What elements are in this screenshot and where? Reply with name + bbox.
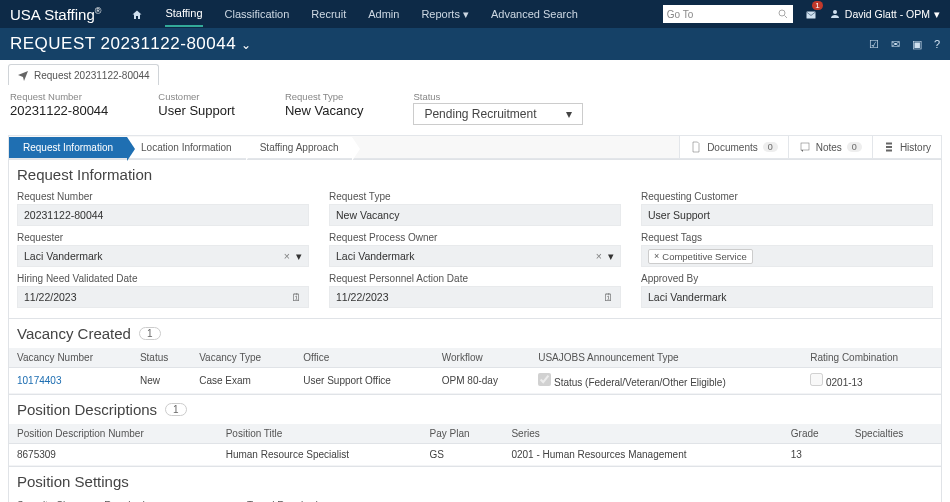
step-location-information[interactable]: Location Information	[127, 137, 246, 158]
field-label: Hiring Need Validated Date	[17, 273, 309, 284]
chevron-down-icon[interactable]: ▾	[608, 250, 614, 262]
rating-checkbox	[810, 373, 823, 386]
search-icon	[777, 8, 789, 20]
personnel-action-date-field[interactable]: 11/22/2023🗓	[329, 286, 621, 308]
field-label: Request Personnel Action Date	[329, 273, 621, 284]
chat-icon[interactable]: ▣	[912, 38, 922, 51]
request-number-field: 20231122-80044	[17, 204, 309, 226]
step-request-information[interactable]: Request Information	[9, 137, 127, 158]
checkbox-icon[interactable]: ☑	[869, 38, 879, 51]
section-title: Position Descriptions	[17, 401, 157, 418]
field-label: Request Process Owner	[329, 232, 621, 243]
step-staffing-approach[interactable]: Staffing Approach	[246, 137, 353, 158]
nav-advanced-search[interactable]: Advanced Search	[491, 2, 578, 26]
customer-value: User Support	[158, 103, 235, 118]
col-header: Workflow	[434, 348, 530, 368]
document-icon	[690, 141, 702, 153]
nav-staffing[interactable]: Staffing	[165, 1, 202, 27]
requesting-customer-field: User Support	[641, 204, 933, 226]
requester-field[interactable]: Laci Vandermark×▾	[17, 245, 309, 267]
status-dropdown[interactable]: Pending Recruitment▾	[413, 103, 583, 125]
nav-reports[interactable]: Reports ▾	[421, 2, 469, 27]
request-number-label: Request Number	[10, 91, 108, 102]
goto-search-input[interactable]: Go To	[663, 5, 793, 23]
field-label: Request Type	[329, 191, 621, 202]
field-label: Requester	[17, 232, 309, 243]
brand-logo: USA Staffing®	[10, 6, 101, 23]
calendar-icon[interactable]: 🗓	[603, 291, 614, 303]
vacancy-link[interactable]: 10174403	[17, 375, 62, 386]
request-title: REQUEST 20231122-80044 ⌄	[10, 34, 252, 54]
svg-rect-4	[801, 143, 809, 150]
calendar-icon[interactable]: 🗓	[291, 291, 302, 303]
hiring-need-date-field[interactable]: 11/22/2023🗓	[17, 286, 309, 308]
announcement-type-checkbox	[538, 373, 551, 386]
request-tags-field[interactable]: × Competitive Service	[641, 245, 933, 267]
notes-button[interactable]: Notes0	[788, 136, 872, 158]
svg-point-0	[779, 10, 785, 16]
field-label: Request Tags	[641, 232, 933, 243]
col-header: Position Title	[218, 424, 422, 444]
approved-by-field: Laci Vandermark	[641, 286, 933, 308]
section-request-information: Request Information Request Number202311…	[9, 160, 941, 318]
section-count: 1	[139, 327, 161, 340]
clear-icon[interactable]: ×	[284, 250, 290, 262]
chevron-down-icon: ▾	[566, 107, 572, 121]
section-position-settings: Position Settings Security Clearance Req…	[9, 466, 941, 502]
section-position-descriptions: Position Descriptions1 Position Descript…	[9, 394, 941, 466]
request-header-bar: REQUEST 20231122-80044 ⌄ ☑ ✉ ▣ ?	[0, 28, 950, 60]
col-header: Status	[132, 348, 191, 368]
section-vacancy-created: Vacancy Created1 Vacancy NumberStatusVac…	[9, 318, 941, 394]
col-header: Specialties	[847, 424, 941, 444]
wizard-steps: Request Information Location Information…	[8, 135, 942, 159]
tag-chip[interactable]: × Competitive Service	[648, 249, 753, 264]
chevron-down-icon[interactable]: ⌄	[241, 38, 252, 52]
col-header: Office	[295, 348, 434, 368]
process-owner-field[interactable]: Laci Vandermark×▾	[329, 245, 621, 267]
col-header: Vacancy Number	[9, 348, 132, 368]
request-type-value: New Vacancy	[285, 103, 364, 118]
field-label: Request Number	[17, 191, 309, 202]
col-header: Position Description Number	[9, 424, 218, 444]
documents-button[interactable]: Documents0	[679, 136, 788, 158]
notification-count: 1	[812, 1, 822, 10]
history-icon	[883, 141, 895, 153]
request-summary-row: Request Number20231122-80044 CustomerUse…	[8, 85, 942, 135]
request-tab[interactable]: Request 20231122-80044	[8, 64, 159, 85]
documents-count: 0	[763, 142, 778, 152]
svg-line-1	[784, 16, 787, 19]
section-count: 1	[165, 403, 187, 416]
chevron-down-icon: ▾	[463, 2, 469, 26]
section-title: Vacancy Created	[17, 325, 131, 342]
plane-icon	[17, 69, 29, 81]
home-icon[interactable]	[131, 1, 143, 26]
chevron-down-icon[interactable]: ▾	[296, 250, 302, 262]
status-label: Status	[413, 91, 583, 102]
clear-icon[interactable]: ×	[596, 250, 602, 262]
svg-rect-2	[806, 11, 815, 18]
section-title: Request Information	[9, 160, 941, 189]
help-icon[interactable]: ?	[934, 38, 940, 51]
nav-admin[interactable]: Admin	[368, 2, 399, 26]
field-label: Approved By	[641, 273, 933, 284]
top-nav-bar: USA Staffing® Staffing Classification Re…	[0, 0, 950, 28]
note-icon	[799, 141, 811, 153]
request-type-label: Request Type	[285, 91, 364, 102]
user-menu[interactable]: David Glatt - OPM ▾	[829, 8, 940, 20]
section-title: Position Settings	[9, 467, 941, 496]
history-button[interactable]: History	[872, 136, 941, 158]
nav-recruit[interactable]: Recruit	[311, 2, 346, 26]
notifications-icon[interactable]: 1	[805, 7, 817, 20]
col-header: Series	[503, 424, 782, 444]
nav-classification[interactable]: Classification	[225, 2, 290, 26]
request-number-value: 20231122-80044	[10, 103, 108, 118]
col-header: Vacancy Type	[191, 348, 295, 368]
close-icon[interactable]: ×	[654, 251, 659, 261]
col-header: Grade	[783, 424, 847, 444]
vacancy-table: Vacancy NumberStatusVacancy TypeOfficeWo…	[9, 348, 941, 394]
user-icon	[829, 8, 841, 20]
position-table: Position Description NumberPosition Titl…	[9, 424, 941, 466]
mail-icon[interactable]: ✉	[891, 38, 900, 51]
table-row: 10174403NewCase ExamUser Support OfficeO…	[9, 368, 941, 394]
col-header: USAJOBS Announcement Type	[530, 348, 802, 368]
